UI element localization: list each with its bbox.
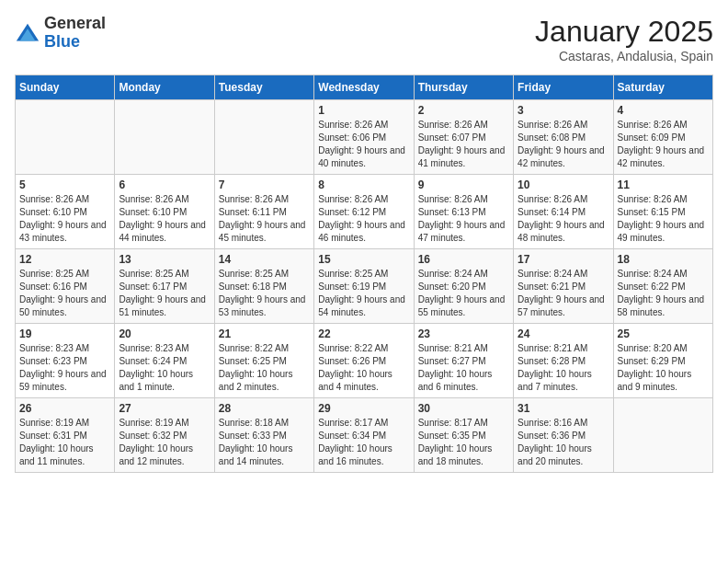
day-info: Sunrise: 8:25 AM Sunset: 6:19 PM Dayligh…: [318, 268, 409, 319]
calendar-cell: [115, 100, 214, 175]
day-number: 20: [119, 327, 210, 340]
day-info: Sunrise: 8:25 AM Sunset: 6:17 PM Dayligh…: [119, 268, 210, 319]
day-number: 5: [19, 178, 110, 191]
logo-general: General: [44, 15, 106, 33]
day-info: Sunrise: 8:26 AM Sunset: 6:13 PM Dayligh…: [418, 193, 509, 245]
calendar-week-row: 12Sunrise: 8:25 AM Sunset: 6:16 PM Dayli…: [16, 249, 713, 324]
day-number: 25: [618, 327, 709, 340]
day-number: 3: [518, 104, 609, 117]
calendar-cell: 7Sunrise: 8:26 AM Sunset: 6:11 PM Daylig…: [214, 175, 313, 249]
day-number: 4: [618, 104, 709, 117]
day-info: Sunrise: 8:26 AM Sunset: 6:14 PM Dayligh…: [518, 193, 609, 245]
calendar-cell: 27Sunrise: 8:19 AM Sunset: 6:32 PM Dayli…: [115, 398, 214, 473]
calendar-header-row: SundayMondayTuesdayWednesdayThursdayFrid…: [16, 75, 713, 100]
calendar-cell: 4Sunrise: 8:26 AM Sunset: 6:09 PM Daylig…: [613, 100, 712, 175]
day-info: Sunrise: 8:24 AM Sunset: 6:21 PM Dayligh…: [518, 268, 609, 319]
day-number: 31: [518, 402, 609, 415]
calendar-week-row: 26Sunrise: 8:19 AM Sunset: 6:31 PM Dayli…: [16, 398, 713, 473]
day-number: 14: [219, 253, 310, 266]
logo: General Blue: [15, 15, 106, 52]
day-info: Sunrise: 8:21 AM Sunset: 6:27 PM Dayligh…: [418, 342, 509, 394]
calendar-cell: 8Sunrise: 8:26 AM Sunset: 6:12 PM Daylig…: [314, 175, 414, 249]
calendar-col-header: Wednesday: [314, 75, 414, 100]
calendar-table: SundayMondayTuesdayWednesdayThursdayFrid…: [15, 75, 713, 473]
calendar-col-header: Monday: [115, 75, 214, 100]
day-number: 29: [318, 402, 409, 415]
logo-icon: [15, 20, 40, 46]
day-info: Sunrise: 8:19 AM Sunset: 6:31 PM Dayligh…: [19, 417, 110, 468]
calendar-col-header: Tuesday: [214, 75, 313, 100]
calendar-cell: 25Sunrise: 8:20 AM Sunset: 6:29 PM Dayli…: [613, 324, 712, 398]
calendar-cell: 18Sunrise: 8:24 AM Sunset: 6:22 PM Dayli…: [613, 249, 712, 324]
day-info: Sunrise: 8:17 AM Sunset: 6:35 PM Dayligh…: [418, 417, 509, 468]
day-number: 1: [318, 104, 409, 117]
day-number: 23: [418, 327, 509, 340]
day-number: 13: [119, 253, 210, 266]
day-number: 18: [618, 253, 709, 266]
day-number: 28: [219, 402, 310, 415]
day-info: Sunrise: 8:18 AM Sunset: 6:33 PM Dayligh…: [219, 417, 310, 468]
calendar-week-row: 5Sunrise: 8:26 AM Sunset: 6:10 PM Daylig…: [16, 175, 713, 249]
day-info: Sunrise: 8:20 AM Sunset: 6:29 PM Dayligh…: [618, 342, 709, 394]
day-info: Sunrise: 8:25 AM Sunset: 6:18 PM Dayligh…: [219, 268, 310, 319]
calendar-col-header: Friday: [514, 75, 613, 100]
calendar-cell: 6Sunrise: 8:26 AM Sunset: 6:10 PM Daylig…: [115, 175, 214, 249]
day-number: 11: [618, 178, 709, 191]
day-number: 16: [418, 253, 509, 266]
calendar-col-header: Sunday: [16, 75, 115, 100]
day-info: Sunrise: 8:26 AM Sunset: 6:15 PM Dayligh…: [618, 193, 709, 245]
calendar-cell: 30Sunrise: 8:17 AM Sunset: 6:35 PM Dayli…: [414, 398, 513, 473]
day-number: 6: [119, 178, 210, 191]
calendar-cell: 26Sunrise: 8:19 AM Sunset: 6:31 PM Dayli…: [16, 398, 115, 473]
day-info: Sunrise: 8:25 AM Sunset: 6:16 PM Dayligh…: [19, 268, 110, 319]
day-info: Sunrise: 8:26 AM Sunset: 6:06 PM Dayligh…: [318, 119, 409, 170]
day-number: 27: [119, 402, 210, 415]
calendar-cell: [16, 100, 115, 175]
day-number: 15: [318, 253, 409, 266]
calendar-cell: 31Sunrise: 8:16 AM Sunset: 6:36 PM Dayli…: [514, 398, 613, 473]
calendar-cell: 10Sunrise: 8:26 AM Sunset: 6:14 PM Dayli…: [514, 175, 613, 249]
day-number: 2: [418, 104, 509, 117]
day-info: Sunrise: 8:26 AM Sunset: 6:11 PM Dayligh…: [219, 193, 310, 245]
calendar-cell: 15Sunrise: 8:25 AM Sunset: 6:19 PM Dayli…: [314, 249, 414, 324]
calendar-week-row: 19Sunrise: 8:23 AM Sunset: 6:23 PM Dayli…: [16, 324, 713, 398]
day-info: Sunrise: 8:26 AM Sunset: 6:10 PM Dayligh…: [119, 193, 210, 245]
day-number: 10: [518, 178, 609, 191]
day-info: Sunrise: 8:22 AM Sunset: 6:26 PM Dayligh…: [318, 342, 409, 394]
calendar-body: 1Sunrise: 8:26 AM Sunset: 6:06 PM Daylig…: [16, 100, 713, 473]
day-info: Sunrise: 8:24 AM Sunset: 6:20 PM Dayligh…: [418, 268, 509, 319]
calendar-cell: 23Sunrise: 8:21 AM Sunset: 6:27 PM Dayli…: [414, 324, 513, 398]
title-block: January 2025 Castaras, Andalusia, Spain: [535, 15, 713, 63]
day-info: Sunrise: 8:21 AM Sunset: 6:28 PM Dayligh…: [518, 342, 609, 394]
day-info: Sunrise: 8:26 AM Sunset: 6:09 PM Dayligh…: [618, 119, 709, 170]
day-info: Sunrise: 8:26 AM Sunset: 6:08 PM Dayligh…: [518, 119, 609, 170]
logo-text: General Blue: [44, 15, 106, 52]
calendar-cell: 3Sunrise: 8:26 AM Sunset: 6:08 PM Daylig…: [514, 100, 613, 175]
day-number: 22: [318, 327, 409, 340]
calendar-cell: 2Sunrise: 8:26 AM Sunset: 6:07 PM Daylig…: [414, 100, 513, 175]
calendar-cell: 9Sunrise: 8:26 AM Sunset: 6:13 PM Daylig…: [414, 175, 513, 249]
day-info: Sunrise: 8:22 AM Sunset: 6:25 PM Dayligh…: [219, 342, 310, 394]
day-info: Sunrise: 8:17 AM Sunset: 6:34 PM Dayligh…: [318, 417, 409, 468]
calendar-col-header: Saturday: [613, 75, 712, 100]
calendar-cell: 11Sunrise: 8:26 AM Sunset: 6:15 PM Dayli…: [613, 175, 712, 249]
day-number: 7: [219, 178, 310, 191]
day-number: 24: [518, 327, 609, 340]
day-info: Sunrise: 8:16 AM Sunset: 6:36 PM Dayligh…: [518, 417, 609, 468]
calendar-cell: [214, 100, 313, 175]
day-number: 17: [518, 253, 609, 266]
calendar-week-row: 1Sunrise: 8:26 AM Sunset: 6:06 PM Daylig…: [16, 100, 713, 175]
calendar-cell: 14Sunrise: 8:25 AM Sunset: 6:18 PM Dayli…: [214, 249, 313, 324]
day-info: Sunrise: 8:19 AM Sunset: 6:32 PM Dayligh…: [119, 417, 210, 468]
day-number: 19: [19, 327, 110, 340]
calendar-cell: 20Sunrise: 8:23 AM Sunset: 6:24 PM Dayli…: [115, 324, 214, 398]
calendar-cell: 5Sunrise: 8:26 AM Sunset: 6:10 PM Daylig…: [16, 175, 115, 249]
calendar-cell: 22Sunrise: 8:22 AM Sunset: 6:26 PM Dayli…: [314, 324, 414, 398]
day-info: Sunrise: 8:26 AM Sunset: 6:10 PM Dayligh…: [19, 193, 110, 245]
page-header: General Blue January 2025 Castaras, Anda…: [15, 15, 713, 63]
calendar-cell: 16Sunrise: 8:24 AM Sunset: 6:20 PM Dayli…: [414, 249, 513, 324]
location: Castaras, Andalusia, Spain: [535, 49, 713, 63]
day-number: 12: [19, 253, 110, 266]
day-info: Sunrise: 8:26 AM Sunset: 6:12 PM Dayligh…: [318, 193, 409, 245]
calendar-cell: 28Sunrise: 8:18 AM Sunset: 6:33 PM Dayli…: [214, 398, 313, 473]
